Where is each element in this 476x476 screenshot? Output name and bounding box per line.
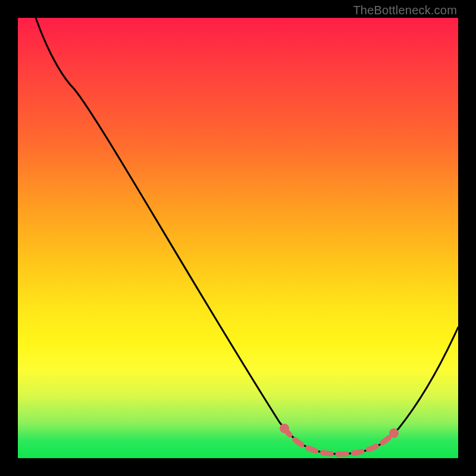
watermark-text: TheBottleneck.com (353, 4, 457, 17)
highlight-dot-left (280, 424, 289, 433)
valley-highlight (284, 428, 394, 454)
bottleneck-curve (36, 18, 458, 454)
chart-frame: TheBottleneck.com (0, 0, 476, 476)
chart-svg (18, 18, 458, 458)
highlight-dot-right (389, 428, 399, 438)
